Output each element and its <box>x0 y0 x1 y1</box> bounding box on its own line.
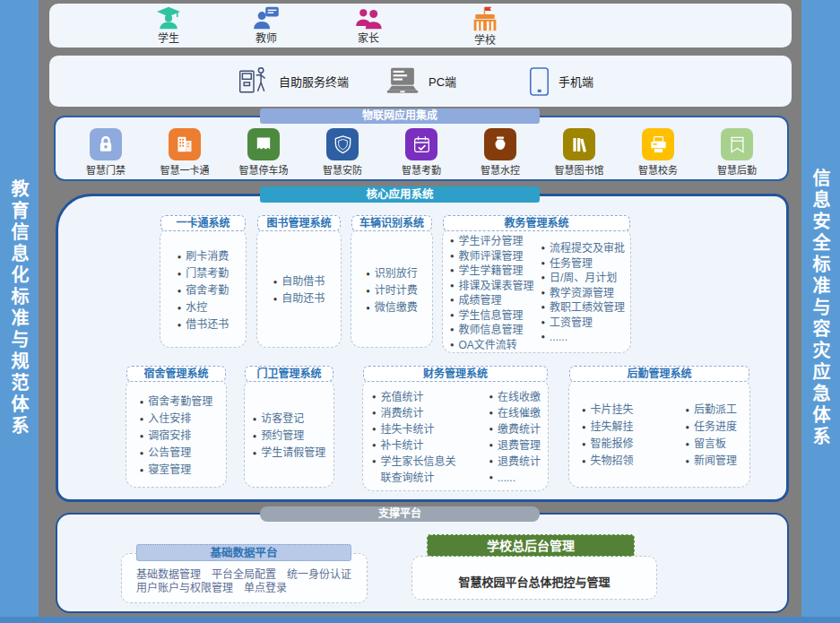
smart-campus-architecture-diagram: 教育信息化标准与规范体系 信息安全标准与容灾应急体系 学生教师家长学校 自助服务… <box>0 0 840 623</box>
list-item: ●计时计费 <box>366 282 418 299</box>
parents-icon <box>333 6 404 30</box>
feature-label: 补卡统计 <box>381 437 424 454</box>
terminal-pc: PC端 <box>385 56 456 107</box>
system-box-vehicle-recognition: 车辆识别系统 ●识别放行●计时计费●微信缴费 <box>351 215 433 348</box>
terminal-label: 自助服务终端 <box>279 73 349 90</box>
iot-tile-label: 智慧停车场 <box>231 162 296 177</box>
bullet-icon: ● <box>450 279 455 294</box>
iot-tile-label: 智慧校务 <box>626 162 690 177</box>
list-item: ●识别放行 <box>366 265 418 282</box>
iot-library: 智慧图书馆 <box>547 128 611 179</box>
bullet-icon: ● <box>372 389 377 405</box>
iot-section: 智慧门禁智慧一卡通智慧停车场智慧安防智慧考勤智慧水控智慧图书馆智慧校务智慧后勤 <box>54 116 789 181</box>
feature-label: 刷卡消费 <box>186 248 229 265</box>
system-feature-area: ●刷卡消费●门禁考勤●宿舍考勤●水控●借书还书 <box>160 228 247 348</box>
bullet-icon: ● <box>582 402 586 419</box>
list-item: ●...... <box>541 330 625 345</box>
list-item: ●学生信息管理 <box>450 308 534 324</box>
list-item: ●宿舍考勤 <box>178 282 229 299</box>
bullet-icon: ● <box>178 282 182 299</box>
feature-label: 识别放行 <box>375 265 418 282</box>
feature-label: 充值统计 <box>381 389 424 405</box>
pc-icon <box>385 67 420 95</box>
user-role-label: 学校 <box>449 31 521 47</box>
list-item: ●教职工绩效管理 <box>541 300 625 316</box>
list-item: ●刷卡消费 <box>178 248 229 265</box>
list-item: ●挂失卡统计 <box>372 421 463 437</box>
list-item: ●...... <box>489 470 541 486</box>
system-box-library-mgmt: 图书管理系统 ●自助借书●自助还书 <box>256 215 342 348</box>
bullet-icon: ● <box>582 436 586 453</box>
system-feature-list: ●后勤派工●任务进度●留言板●新闻管理 <box>685 402 737 470</box>
teacher-icon <box>230 6 302 30</box>
feature-label: 学生家长信息关联查询统计 <box>381 454 463 486</box>
right-standards-sidebar: 信息安全标准与容灾应急体系 <box>801 0 840 617</box>
user-role-label: 家长 <box>333 30 404 45</box>
bullet-icon: ● <box>178 299 182 316</box>
feature-label: ...... <box>550 330 567 345</box>
list-item: ●消费统计 <box>372 405 463 421</box>
feature-label: 日/周、月计划 <box>550 271 617 286</box>
system-feature-list: ●刷卡消费●门禁考勤●宿舍考勤●水控●借书还书 <box>178 248 229 333</box>
system-box-academic-affairs: 教务管理系统 ●学生评分管理●教师评课管理●学生学籍管理●排课及课表管理●成绩管… <box>442 215 631 351</box>
bullet-icon: ● <box>372 437 377 454</box>
iot-tile-label: 智慧门禁 <box>74 162 138 177</box>
feature-label: 学生学籍管理 <box>459 264 524 279</box>
system-feature-list: ●宿舍考勤管理●入住安排●调宿安排●公告管理●寝室管理 <box>140 394 213 479</box>
feature-label: 门禁考勤 <box>186 265 229 282</box>
feature-label: 消费统计 <box>381 405 424 421</box>
feature-label: 预约管理 <box>261 428 304 445</box>
system-box-dormitory: 宿舍管理系统 ●宿舍考勤管理●入住安排●调宿安排●公告管理●寝室管理 <box>126 366 227 488</box>
terminal-mobile: 手机端 <box>529 56 593 107</box>
feature-label: ...... <box>498 470 515 486</box>
list-item: ●调宿安排 <box>140 428 213 445</box>
list-item: ●留言板 <box>685 436 737 453</box>
system-feature-area: ●学生评分管理●教师评课管理●学生学籍管理●排课及课表管理●成绩管理●学生信息管… <box>442 228 631 353</box>
iot-section-header: 物联网应用集成 <box>260 108 540 124</box>
bullet-icon: ● <box>140 428 144 445</box>
feature-label: 成绩管理 <box>459 293 502 308</box>
bullet-icon: ● <box>685 436 689 453</box>
bullet-icon: ● <box>366 299 370 316</box>
list-item: ●排课及课表管理 <box>450 279 534 294</box>
iot-parking: 智慧停车场 <box>231 128 296 179</box>
bullet-icon: ● <box>253 445 257 462</box>
bullet-icon: ● <box>489 389 493 405</box>
system-title: 宿舍管理系统 <box>126 366 226 382</box>
bullet-icon: ● <box>140 411 144 428</box>
kiosk-icon <box>238 65 270 99</box>
list-item: ●任务管理 <box>541 256 625 272</box>
bullet-icon: ● <box>450 249 455 264</box>
system-box-finance: 财务管理系统 ●充值统计●消费统计●挂失卡统计●补卡统计●学生家长信息关联查询统… <box>362 366 549 491</box>
list-item: ●失物招领 <box>582 453 634 470</box>
bullet-icon: ● <box>178 265 182 282</box>
iot-tile-label: 智慧安防 <box>310 162 375 177</box>
support-section-header: 支撑平台 <box>260 506 540 522</box>
bullet-icon: ● <box>366 265 370 282</box>
feature-label: 寝室管理 <box>148 462 191 479</box>
bottom-border-strip <box>0 617 840 623</box>
feature-label: 失物招领 <box>591 453 634 470</box>
bullet-icon: ● <box>489 454 493 470</box>
bullet-icon: ● <box>685 402 689 419</box>
system-feature-area: ●自助借书●自助还书 <box>256 228 342 348</box>
logistics-icon <box>721 128 753 160</box>
bullet-icon: ● <box>541 316 545 331</box>
system-feature-list: ●学生评分管理●教师评课管理●学生学籍管理●排课及课表管理●成绩管理●学生信息管… <box>450 234 534 352</box>
iot-attendance: 智慧考勤 <box>389 128 454 179</box>
iot-logistics: 智慧后勤 <box>705 128 769 179</box>
system-feature-list: ●流程提交及审批●任务管理●日/周、月计划●教学资源管理●教职工绩效管理●工资管… <box>541 241 625 345</box>
base-platform-line1: 基础数据管理 平台全局配置 统一身份认证 <box>136 568 367 582</box>
iot-one-card: 智慧一卡通 <box>152 128 217 179</box>
system-box-gatekeeper: 门卫管理系统 ●访客登记●预约管理●学生请假管理 <box>244 366 334 488</box>
base-data-platform-header: 基础数据平台 <box>136 544 351 561</box>
bullet-icon: ● <box>178 248 182 265</box>
list-item: ●任务进度 <box>685 419 737 436</box>
bullet-icon: ● <box>450 308 455 324</box>
bullet-icon: ● <box>489 437 493 454</box>
list-item: ●在线收缴 <box>489 389 541 405</box>
bullet-icon: ● <box>582 419 586 436</box>
list-item: ●自助还书 <box>273 290 325 307</box>
feature-label: 借书还书 <box>186 316 229 333</box>
bullet-icon: ● <box>489 470 493 486</box>
